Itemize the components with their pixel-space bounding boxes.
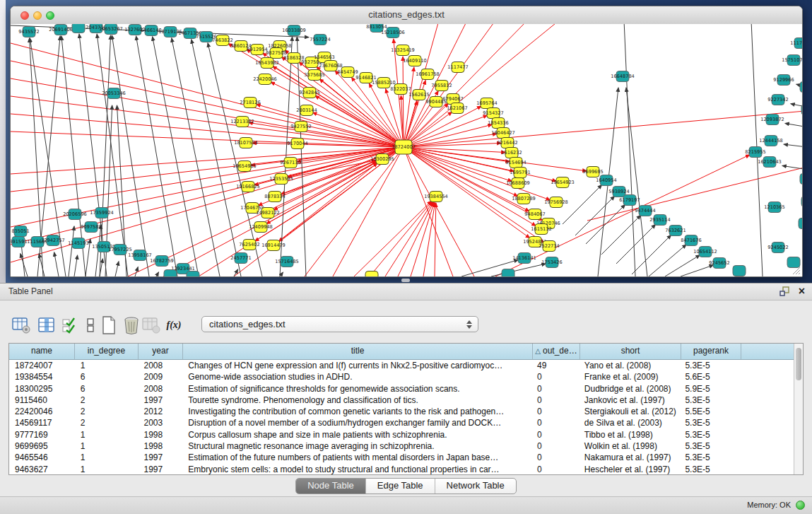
close-panel-icon[interactable]: ×: [799, 286, 805, 297]
table-cell[interactable]: 6: [75, 383, 139, 395]
table-cell[interactable]: 2003: [139, 417, 183, 428]
network-edge[interactable]: [172, 38, 220, 276]
network-edge[interactable]: [11, 43, 404, 147]
network-edge[interactable]: [632, 235, 671, 274]
network-window-titlebar[interactable]: citations_edges.txt: [11, 6, 802, 25]
table-cell[interactable]: 0: [531, 452, 579, 463]
tab-edge-table[interactable]: Edge Table: [366, 479, 435, 493]
network-edge[interactable]: [404, 24, 559, 147]
table-row[interactable]: 911546021997Tourette syndrome. Phenomeno…: [9, 395, 794, 406]
vertical-scrollbar[interactable]: [794, 344, 803, 474]
network-edge[interactable]: [69, 226, 74, 276]
table-cell[interactable]: 19384554: [9, 371, 75, 382]
network-select-dropdown[interactable]: citations_edges.txt: [201, 316, 478, 332]
network-edge[interactable]: [681, 265, 713, 276]
network-node[interactable]: [800, 82, 802, 93]
table-cell[interactable]: [739, 360, 794, 371]
table-cell[interactable]: 49: [531, 360, 579, 371]
table-cell[interactable]: [739, 383, 794, 395]
network-edge[interactable]: [153, 37, 199, 276]
network-edge[interactable]: [649, 245, 686, 276]
network-edge[interactable]: [136, 36, 177, 276]
column-header-name[interactable]: name: [9, 344, 75, 359]
network-edge[interactable]: [601, 215, 641, 255]
table-cell[interactable]: Estimation of the future numbers of pati…: [182, 452, 531, 463]
network-edge[interactable]: [784, 144, 802, 148]
table-cell[interactable]: 9777169: [9, 429, 75, 440]
table-cell[interactable]: 0: [531, 429, 579, 440]
table-cell[interactable]: [739, 417, 794, 428]
column-header-title[interactable]: title: [183, 344, 533, 359]
network-edge[interactable]: [785, 123, 802, 128]
function-icon[interactable]: f(x): [164, 315, 184, 335]
table-cell[interactable]: 1997: [139, 464, 183, 475]
network-edge[interactable]: [404, 147, 474, 276]
table-cell[interactable]: [739, 395, 794, 406]
table-cell[interactable]: 18300295: [9, 383, 75, 395]
table-cell[interactable]: Tourette syndrome. Phenomenology and cla…: [182, 395, 531, 406]
table-cell[interactable]: [739, 371, 794, 382]
select-rows-icon[interactable]: [59, 315, 79, 335]
table-cell[interactable]: 0: [531, 395, 579, 406]
network-edge[interactable]: [54, 252, 59, 276]
network-edge[interactable]: [616, 224, 656, 264]
table-cell[interactable]: de Silva et al. (2003): [579, 417, 680, 428]
table-cell[interactable]: 14569117: [9, 417, 75, 428]
table-cell[interactable]: 22420046: [9, 406, 75, 417]
column-header-year[interactable]: year: [139, 344, 183, 359]
table-cell[interactable]: 0: [531, 406, 579, 417]
table-cell[interactable]: 5.3E-5: [679, 395, 739, 406]
table-cell[interactable]: 0: [531, 383, 579, 395]
table-cell[interactable]: Genome-wide association studies in ADHD.: [182, 371, 531, 382]
network-node[interactable]: [502, 269, 514, 277]
table-cell[interactable]: 2: [75, 406, 139, 417]
delete-icon[interactable]: [122, 315, 141, 335]
table-cell[interactable]: 5.3E-5: [679, 429, 739, 440]
table-row[interactable]: 977716911998Corpus callosum shape and si…: [9, 429, 794, 440]
network-edge[interactable]: [404, 115, 488, 147]
column-header-out_de[interactable]: △out_de…: [533, 344, 580, 359]
table-cell[interactable]: 5.3E-5: [679, 417, 739, 428]
network-edge[interactable]: [21, 243, 25, 276]
table-cell[interactable]: 0: [531, 417, 579, 428]
table-cell[interactable]: 5.3E-5: [679, 452, 739, 463]
network-edge[interactable]: [404, 147, 453, 276]
table-cell[interactable]: Disruption of a novel member of a sodium…: [182, 417, 531, 428]
table-cell[interactable]: [739, 464, 794, 475]
table-cell[interactable]: Stergiakouli et al. (2012): [579, 406, 680, 417]
network-edge[interactable]: [112, 35, 149, 276]
table-row[interactable]: 1830029562008Estimation of significance …: [9, 383, 794, 395]
table-row[interactable]: 1456911722003Disruption of a novel membe…: [9, 417, 794, 428]
table-row[interactable]: 946362711997Embryonic stem cells: a mode…: [9, 464, 794, 475]
table-cell[interactable]: 2008: [139, 360, 183, 371]
table-row[interactable]: 969969511998Structural magnetic resonanc…: [9, 440, 794, 452]
table-cell[interactable]: 9699695: [9, 440, 75, 452]
network-edge[interactable]: [586, 204, 625, 244]
network-edge[interactable]: [626, 88, 647, 276]
network-edge[interactable]: [782, 165, 802, 170]
table-cell[interactable]: Estimation of significance thresholds fo…: [182, 383, 531, 395]
float-panel-icon[interactable]: [779, 286, 790, 296]
network-canvas[interactable]: 9435572206914062043719106532671327602646…: [11, 24, 802, 276]
table-row[interactable]: 2242004622012Investigating the contribut…: [9, 406, 794, 417]
scrollbar-thumb[interactable]: [796, 348, 801, 380]
table-cell[interactable]: 9465546: [9, 452, 75, 463]
network-edge[interactable]: [11, 147, 404, 245]
table-cell[interactable]: 2009: [139, 371, 183, 382]
table-row[interactable]: 1872400712008Changes of HCN gene express…: [9, 360, 794, 371]
table-cell[interactable]: 2008: [139, 383, 183, 395]
column-header-in_degree[interactable]: in_degree: [75, 344, 139, 359]
table-cell[interactable]: 5.5E-5: [679, 406, 739, 417]
table-cell[interactable]: 1998: [139, 440, 183, 452]
table-cell[interactable]: 5.3E-5: [679, 440, 739, 452]
table-cell[interactable]: 2: [75, 395, 139, 406]
column-header-short[interactable]: short: [580, 344, 681, 359]
network-node[interactable]: [799, 218, 802, 229]
table-cell[interactable]: 1997: [139, 395, 183, 406]
table-cell[interactable]: 9463627: [9, 464, 75, 475]
split-pane-handle[interactable]: [401, 279, 410, 282]
new-file-icon[interactable]: [99, 315, 119, 335]
tab-network-table[interactable]: Network Table: [435, 479, 516, 493]
column-header-pagerank[interactable]: pagerank: [681, 344, 741, 359]
network-node[interactable]: [800, 174, 802, 185]
